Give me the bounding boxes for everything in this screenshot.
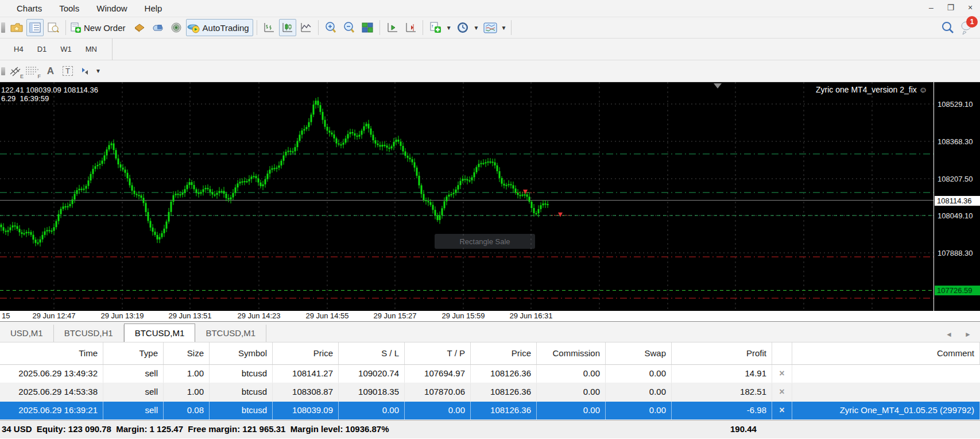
candlestick-chart-icon[interactable] [279,19,296,36]
minimize-button[interactable]: – [921,0,941,16]
indicators-dropdown-caret[interactable]: ▼ [446,25,452,31]
table-cell: 109018.35 [339,383,405,401]
price-axis-label: 108529.10 [938,100,973,109]
column-header-profit[interactable]: Profit [672,342,772,364]
price-axis-label: 108049.10 [938,211,973,220]
scripts-icon[interactable] [131,19,148,36]
column-header-time[interactable]: Time [0,342,103,364]
trade-marker-sell[interactable] [558,213,563,217]
table-cell: 182.51 [672,383,772,401]
equidistant-channel-icon[interactable]: E [7,63,25,79]
table-cell: btcusd [210,365,273,383]
indicators-icon[interactable]: f [427,19,444,36]
table-row[interactable]: 2025.06.29 16:39:21sell0.08btcusd108039.… [0,402,980,420]
new-order-label: New Order [82,23,129,33]
menu-help[interactable]: Help [136,0,171,17]
price-axis-label: 107888.30 [938,249,973,257]
column-header-type[interactable]: Type [103,342,164,364]
table-cell-comment [792,383,980,401]
table-row[interactable]: 2025.06.29 14:53:38sell1.00btcusd108308.… [0,383,980,402]
new-order-button[interactable]: New Order [69,19,130,36]
close-button[interactable]: × [960,0,980,16]
menu-tools[interactable]: Tools [51,0,88,17]
table-cell: 2025.06.29 16:39:21 [0,402,103,419]
object-tooltip: Rectangle Sale [435,234,535,249]
tile-windows-icon[interactable] [359,19,376,36]
expert-advisor-name: Zyric one MT4_version 2_fix ☺ [816,85,927,94]
auto-scroll-icon[interactable] [402,19,419,36]
table-row[interactable]: 2025.06.29 13:49:32sell1.00btcusd108141.… [0,365,980,383]
column-header-symbol[interactable]: Symbol [210,342,273,364]
profiles-icon[interactable] [8,19,25,36]
table-cell: 107870.06 [405,383,471,401]
table-cell: 108141.27 [273,365,339,383]
ohlc-readout-line1: 122.41 108039.09 108114.36 [1,86,98,94]
templates-dropdown-caret[interactable]: ▼ [501,25,507,31]
zoom-out-icon[interactable] [340,19,358,36]
chart-tab-3[interactable]: BTCUSD,M1 [195,325,266,342]
chart-tab-bar: USD,M1BTCUSD,H1BTCUSD,M1BTCUSD,M1 ◄ ► [0,322,980,342]
table-cell: 0.00 [606,402,672,419]
text-tool-icon[interactable]: A [42,63,59,79]
chart-shift-icon[interactable] [384,19,401,36]
bar-chart-icon[interactable] [261,19,278,36]
separator [65,20,66,35]
time-axis-label: 29 Jun 15:27 [373,311,416,320]
menu-charts[interactable]: Charts [8,0,51,17]
price-axis-label: 108368.30 [938,137,973,146]
chart-area[interactable]: 122.41 108039.09 108114.36 6.29 16:39:59… [0,82,980,311]
close-position-icon[interactable]: × [772,365,792,383]
templates-icon[interactable] [482,19,499,36]
timeframe-mn[interactable]: MN [79,42,104,56]
tab-scroll-right-icon[interactable]: ► [959,330,977,338]
market-watch-icon[interactable] [26,19,44,36]
column-header-close[interactable] [772,342,792,364]
column-header-swap[interactable]: Swap [606,342,672,364]
data-window-icon[interactable] [45,19,62,36]
column-header-price[interactable]: Price [273,342,339,364]
table-cell: 1.00 [164,365,210,383]
time-axis[interactable]: 1529 Jun 12:4729 Jun 13:1929 Jun 13:5129… [0,311,980,322]
periods-dropdown-caret[interactable]: ▼ [474,25,479,31]
text-label-tool-icon[interactable]: T [59,63,76,79]
search-icon[interactable] [939,20,956,37]
table-cell: sell [103,402,164,419]
drawing-toolbar: E F A T ▼ [0,60,980,82]
chart-shift-marker-icon[interactable] [714,83,722,88]
time-axis-label: 29 Jun 14:23 [237,311,280,320]
chart-tab-0[interactable]: USD,M1 [0,325,54,342]
chart-tab-2[interactable]: BTCUSD,M1 [124,324,196,342]
time-axis-label: 15 [2,311,10,320]
fibonacci-retracement-icon[interactable]: F [25,63,42,79]
table-cell-comment: Zyric One_MT4_01.05.25 (299792) [792,402,980,419]
timeframe-w1[interactable]: W1 [53,42,79,56]
tab-scroll-left-icon[interactable]: ◄ [940,330,958,338]
chart-tab-1[interactable]: BTCUSD,H1 [54,325,124,342]
column-header-t-p[interactable]: T / P [405,342,471,364]
table-cell: btcusd [210,383,273,401]
restore-button[interactable]: ❐ [941,0,960,16]
account-summary: 34 USD Equity: 123 090.78 Margin: 1 125.… [2,424,389,434]
column-header-comment[interactable]: Comment [792,342,980,364]
timeframe-d1[interactable]: D1 [30,42,54,56]
channel-sub-label: E [20,74,24,79]
menu-window[interactable]: Window [88,0,135,17]
timeframe-h4[interactable]: H4 [7,42,30,56]
close-position-icon[interactable]: × [772,402,792,419]
expert-advisors-icon[interactable] [149,19,166,36]
chat-icon[interactable]: 1 [958,20,975,37]
column-header-s-l[interactable]: S / L [339,342,405,364]
table-cell: -6.98 [672,402,772,419]
column-header-commission[interactable]: Commission [537,342,606,364]
close-position-icon[interactable]: × [772,383,792,401]
time-axis-label: 29 Jun 12:47 [32,311,75,320]
column-header-price[interactable]: Price [471,342,537,364]
arrows-tool-icon[interactable] [76,63,94,79]
column-header-size[interactable]: Size [164,342,210,364]
arrows-dropdown-caret[interactable]: ▼ [95,68,101,74]
market-radio-icon[interactable] [168,19,185,36]
autotrading-button[interactable]: AutoTrading [186,19,253,36]
line-chart-icon[interactable] [297,19,315,36]
zoom-in-icon[interactable] [322,19,339,36]
periods-icon[interactable] [454,19,471,36]
